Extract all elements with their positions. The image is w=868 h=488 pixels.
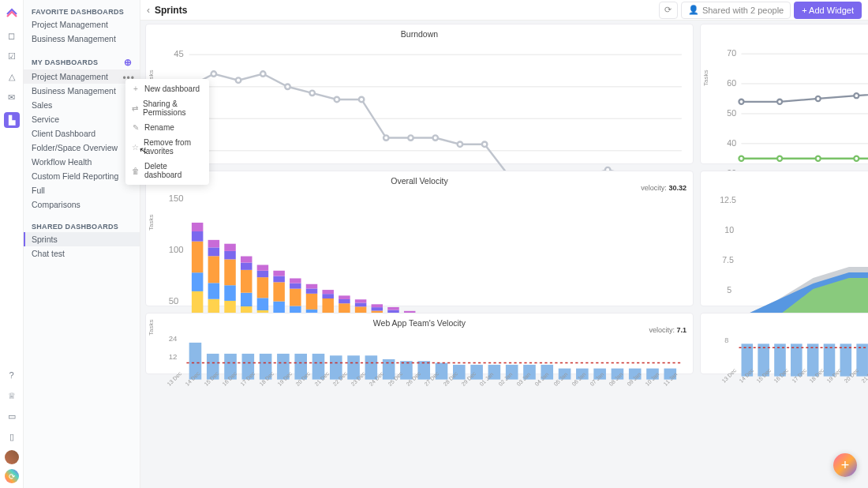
ctx-delete[interactable]: 🗑Delete dashboard bbox=[125, 159, 209, 182]
svg-text:7.5: 7.5 bbox=[722, 255, 734, 265]
svg-point-57 bbox=[816, 156, 821, 161]
svg-rect-93 bbox=[241, 263, 252, 270]
svg-rect-106 bbox=[273, 271, 284, 276]
tasks-icon[interactable]: ☑ bbox=[6, 51, 17, 62]
sidebar-item-fav-business-management[interactable]: Business Management bbox=[24, 32, 140, 46]
svg-rect-104 bbox=[273, 282, 284, 301]
sidebar-item-sprints[interactable]: Sprints bbox=[24, 232, 140, 246]
svg-rect-130 bbox=[339, 295, 350, 299]
svg-rect-76 bbox=[192, 223, 203, 231]
svg-point-12 bbox=[211, 71, 216, 76]
widget-web-velocity[interactable]: Web App Team's Velocity velocity: 7.1 Ta… bbox=[145, 313, 694, 374]
ctx-sharing[interactable]: ⇄Sharing & Permissions bbox=[125, 96, 209, 120]
svg-point-23 bbox=[482, 141, 487, 146]
sidebar-item-chat-test[interactable]: Chat test bbox=[24, 246, 140, 261]
add-dashboard-icon[interactable]: ⊕ bbox=[124, 57, 132, 68]
svg-point-18 bbox=[359, 97, 364, 102]
widget-mobile-velocity[interactable]: Mobile Team's Velocity velocity: 6.45 8 … bbox=[700, 313, 868, 374]
svg-point-55 bbox=[739, 156, 743, 161]
svg-point-15 bbox=[285, 84, 290, 88]
svg-rect-105 bbox=[273, 276, 284, 283]
share-button[interactable]: 👤 Shared with 2 people bbox=[681, 2, 791, 19]
sidebar-item-comparisons[interactable]: Comparisons bbox=[24, 197, 140, 212]
docs-icon[interactable]: ▯ bbox=[6, 431, 17, 442]
x-axis-labels: 13 Dec14 Dec15 Dec16 Dec17 Dec18 Dec19 D… bbox=[705, 379, 868, 386]
back-icon[interactable]: ‹ bbox=[147, 5, 150, 16]
share-icon: ⇄ bbox=[132, 104, 138, 113]
svg-text:70: 70 bbox=[727, 48, 736, 58]
fab-add-button[interactable]: + bbox=[833, 453, 857, 477]
svg-point-21 bbox=[432, 135, 437, 140]
help-icon[interactable]: ? bbox=[6, 370, 17, 381]
sidebar-item-sales[interactable]: Sales bbox=[24, 98, 140, 112]
home-icon[interactable]: ◻ bbox=[6, 30, 17, 41]
svg-rect-91 bbox=[241, 293, 252, 306]
chart-title: Sprint 1 Burn-Up bbox=[705, 28, 868, 42]
svg-point-19 bbox=[383, 135, 388, 140]
sidebar-item-custom-field-reporting[interactable]: Custom Field Reporting bbox=[24, 169, 140, 183]
svg-rect-142 bbox=[372, 304, 383, 307]
sidebar-item-workflow-health[interactable]: Workflow Health bbox=[24, 155, 140, 169]
svg-rect-103 bbox=[273, 302, 284, 313]
star-icon: ☆ bbox=[132, 143, 139, 152]
ctx-remove-favorites[interactable]: ☆Remove from favorites bbox=[125, 135, 209, 159]
svg-rect-122 bbox=[322, 298, 333, 313]
my-dashboards-heading: MY DASHBOARDS ⊕ bbox=[24, 54, 140, 69]
x-axis-labels: 13 Dec14 Dec15 Dec16 Dec17 Dec18 Dec19 D… bbox=[151, 382, 688, 389]
plus-icon: + bbox=[132, 84, 140, 93]
sidebar-item-fav-project-management[interactable]: Project Management bbox=[24, 17, 140, 32]
svg-rect-80 bbox=[208, 256, 219, 283]
widget-burndown[interactable]: Burndown Tasks 4540353025 20. Dec22. Dec… bbox=[145, 24, 694, 164]
chart-title: Overall Velocity bbox=[151, 175, 688, 189]
widget-burnup[interactable]: Sprint 1 Burn-Up Tasks 7060504030 1. Jan… bbox=[700, 24, 868, 164]
velocity-value: velocity: 7.1 bbox=[649, 326, 687, 334]
favorites-heading: FAVORITE DASHBOARDS bbox=[24, 5, 140, 17]
svg-point-58 bbox=[854, 156, 859, 161]
svg-rect-117 bbox=[306, 288, 317, 293]
sidebar-item-project-management[interactable]: Project Management••• bbox=[24, 69, 140, 84]
chart-title: Web App Team's Velocity bbox=[151, 317, 688, 331]
topbar: ‹ Sprints ⟳ 👤 Shared with 2 people + Add… bbox=[140, 0, 868, 21]
sidebar-item-folder-space-overview[interactable]: Folder/Space Overview bbox=[24, 141, 140, 155]
svg-rect-135 bbox=[355, 302, 366, 306]
apps-icon[interactable]: ▭ bbox=[6, 411, 17, 422]
svg-text:8: 8 bbox=[724, 336, 728, 344]
sidebar-item-service[interactable]: Service bbox=[24, 112, 140, 126]
svg-point-42 bbox=[739, 99, 743, 104]
svg-rect-118 bbox=[306, 284, 317, 289]
sidebar-item-full[interactable]: Full bbox=[24, 183, 140, 197]
svg-rect-141 bbox=[372, 307, 383, 310]
svg-rect-112 bbox=[290, 278, 301, 283]
app-logo-icon[interactable] bbox=[5, 5, 19, 19]
svg-rect-98 bbox=[257, 277, 268, 298]
y-axis-label: Tasks bbox=[148, 215, 155, 231]
sidebar-item-client-dashboard[interactable]: Client Dashboard bbox=[24, 126, 140, 141]
ctx-new-dashboard[interactable]: +New dashboard bbox=[125, 81, 209, 96]
svg-point-45 bbox=[854, 93, 859, 98]
bell-icon[interactable]: △ bbox=[6, 71, 17, 82]
svg-rect-110 bbox=[290, 289, 301, 306]
svg-text:5: 5 bbox=[727, 285, 731, 295]
record-icon[interactable]: ⟳ bbox=[5, 469, 19, 483]
dashboards-icon[interactable]: ▙ bbox=[4, 112, 20, 128]
sidebar-item-business-management[interactable]: Business Management bbox=[24, 84, 140, 98]
widget-cumulative-flow[interactable]: Sprint 1 Cumulative Flow 12.5107.552.50 … bbox=[700, 171, 868, 306]
inbox-icon[interactable]: ✉ bbox=[6, 92, 17, 103]
svg-point-13 bbox=[236, 77, 241, 82]
context-menu: +New dashboard ⇄Sharing & Permissions ✎R… bbox=[125, 79, 209, 185]
svg-point-44 bbox=[816, 96, 821, 101]
y-axis-label: Tasks bbox=[702, 70, 709, 86]
widget-overall-velocity[interactable]: Overall Velocity velocity: 30.32 Tasks 1… bbox=[145, 171, 694, 306]
ctx-rename[interactable]: ✎Rename bbox=[125, 120, 209, 135]
refresh-button[interactable]: ⟳ bbox=[659, 2, 678, 19]
svg-rect-75 bbox=[192, 231, 203, 242]
main: ‹ Sprints ⟳ 👤 Shared with 2 people + Add… bbox=[140, 0, 868, 488]
add-widget-button[interactable]: + Add Widget bbox=[794, 2, 862, 19]
svg-rect-85 bbox=[224, 285, 235, 301]
user-avatar[interactable] bbox=[5, 450, 19, 464]
svg-rect-79 bbox=[208, 283, 219, 298]
trash-icon: 🗑 bbox=[132, 167, 140, 175]
page-title: Sprints bbox=[155, 5, 187, 16]
chart-title: Mobile Team's Velocity bbox=[705, 317, 868, 331]
trophy-icon[interactable]: ♕ bbox=[6, 390, 17, 401]
